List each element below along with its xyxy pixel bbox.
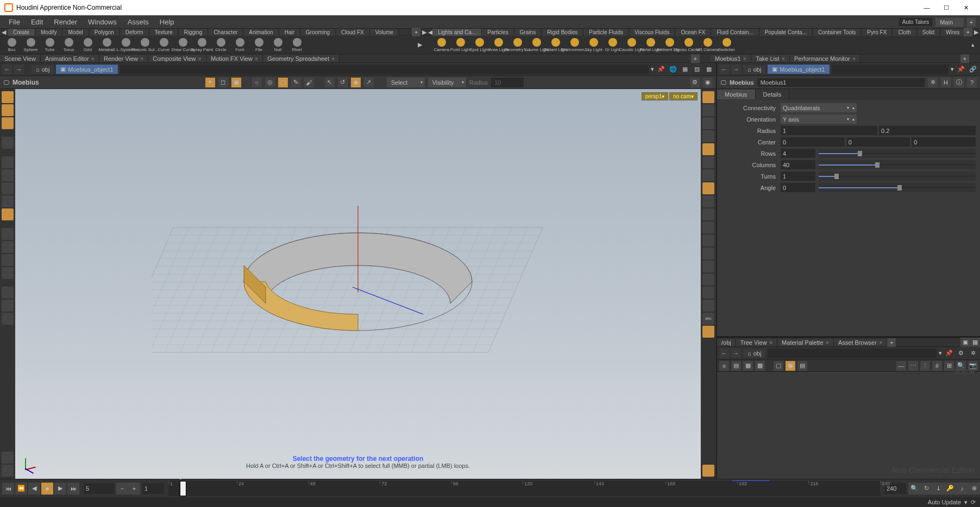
shelf-tab-11[interactable]: Cloth — [893, 29, 916, 36]
parm-center-field[interactable]: 0 — [781, 137, 845, 147]
path-root[interactable]: ⌂obj — [32, 65, 54, 74]
shelf-tab-4[interactable]: Particle Fluids — [583, 29, 629, 36]
shelf-tab-volume[interactable]: Volume — [370, 29, 399, 36]
tool-render2[interactable] — [2, 300, 14, 312]
shelf-tab-cloud fx[interactable]: Cloud FX — [336, 29, 370, 36]
parm-orientation-dropdown[interactable]: Y axis — [781, 115, 857, 124]
tool-font[interactable]: Font — [230, 37, 249, 53]
net-list-icon[interactable]: ≡ — [719, 361, 729, 371]
tool-rivet[interactable]: Rivet — [287, 37, 306, 53]
net-nav-fwd[interactable]: → — [731, 348, 741, 358]
tool-cube-icon[interactable]: ▣ — [231, 78, 241, 87]
tool-scale[interactable] — [2, 182, 14, 194]
tool-platonic sol...[interactable]: Platonic Sol... — [135, 37, 154, 53]
play-stop[interactable]: ■ — [41, 483, 53, 495]
tool-view[interactable] — [2, 117, 14, 129]
shelf-tab-12[interactable]: Solid — [917, 29, 940, 36]
shelf-tab-2[interactable]: Grains — [514, 29, 542, 36]
disp-5[interactable] — [702, 195, 714, 207]
net-f3[interactable]: ⦙ — [920, 361, 930, 371]
tool-frame-icon[interactable]: ▢ — [278, 78, 288, 87]
tool-pick-icon[interactable]: ↖ — [325, 78, 335, 87]
tool-stereo-came-[interactable]: Stereo Came... — [679, 37, 698, 53]
maximize-button[interactable]: ☐ — [937, 2, 956, 13]
tool-bottom2[interactable] — [2, 465, 14, 477]
net-tab-obj[interactable]: /obj — [717, 339, 736, 346]
parm-rows-field[interactable]: 4 — [781, 149, 815, 158]
tool-current[interactable] — [2, 208, 14, 220]
menu-edit[interactable]: Edit — [27, 16, 47, 28]
net-f4[interactable]: # — [932, 361, 942, 371]
net-tab-tree[interactable]: Tree View× — [736, 339, 777, 346]
parm-h-icon[interactable]: H — [941, 78, 951, 87]
tool-spray paint[interactable]: Spray Paint — [192, 37, 211, 53]
path-node[interactable]: ▣Moebius_object1 — [56, 65, 117, 74]
tl-global[interactable]: ⊕ — [968, 483, 980, 495]
shelf-tab-rigging[interactable]: Rigging — [178, 29, 208, 36]
tool-torus[interactable]: Torus — [59, 37, 78, 53]
tool-null[interactable]: Null — [268, 37, 287, 53]
menu-render[interactable]: Render — [49, 16, 81, 28]
radius-input[interactable]: 10 — [491, 78, 524, 87]
tool-render1[interactable] — [2, 287, 14, 299]
tool-render3[interactable] — [2, 313, 14, 325]
tool-move[interactable] — [2, 137, 14, 149]
tool-loop-icon[interactable]: ↺ — [338, 78, 348, 87]
cook-icon[interactable]: ⟳ — [971, 499, 976, 506]
parm-nav-back[interactable]: ← — [719, 65, 729, 74]
tl-real[interactable]: ⤓ — [932, 483, 944, 495]
play-fwd[interactable]: ▶ — [54, 483, 66, 495]
shelf-hide[interactable]: ▴ — [968, 41, 978, 48]
parm-help-icon[interactable]: ? — [967, 78, 977, 87]
net-a-icon[interactable]: ▢ — [774, 361, 783, 371]
camera-badge[interactable]: persp1▾ — [642, 92, 669, 100]
parm-path-root[interactable]: ⌂obj — [743, 65, 765, 74]
parm-connectivity-dropdown[interactable]: Quadrilaterals — [781, 103, 857, 112]
shelf-tab-13[interactable]: Wires — [940, 29, 964, 36]
shelf-tab-model[interactable]: Model — [62, 29, 89, 36]
shelf-tab-character[interactable]: Character — [208, 29, 243, 36]
parm-link-icon[interactable]: 🔗 — [968, 65, 978, 74]
range-start[interactable]: 1 — [142, 483, 164, 494]
shelf-right-arrow[interactable]: ▶ — [420, 29, 428, 36]
tool-spot-light[interactable]: Spot Light — [470, 37, 489, 53]
disp-13[interactable] — [702, 300, 714, 312]
tool-bottom1[interactable] — [2, 452, 14, 464]
panetab-composite-view[interactable]: Composite View× — [148, 55, 206, 62]
shelf-more[interactable]: ▶ — [414, 41, 425, 48]
tool-box[interactable]: Box — [2, 37, 21, 53]
net-tab-asset[interactable]: Asset Browser× — [834, 339, 887, 346]
update-mode[interactable]: Auto Update — [928, 499, 961, 505]
parm-info-icon[interactable]: ⓘ — [954, 78, 964, 87]
disp-ghost[interactable] — [702, 117, 714, 129]
flag3-icon[interactable]: ▩ — [704, 65, 714, 74]
shelf-tab-animation[interactable]: Animation — [243, 29, 279, 36]
net-f5[interactable]: ⊞ — [944, 361, 954, 371]
shelf2-add[interactable]: + — [964, 28, 972, 36]
panetab-performance-monitor[interactable]: Performance Monitor× — [790, 55, 860, 62]
net-grid-icon[interactable]: ▦ — [743, 361, 753, 371]
shelf-tab-10[interactable]: Pyro FX — [862, 29, 893, 36]
tool-box-icon[interactable]: ◻ — [218, 78, 228, 87]
play-back[interactable]: ◀ — [28, 483, 40, 495]
tool-translate[interactable] — [2, 156, 14, 168]
timeline-cursor[interactable]: 5 — [180, 481, 186, 496]
select-dropdown[interactable]: Select — [387, 78, 425, 87]
parm-radius-field[interactable]: 0.2 — [879, 126, 976, 135]
menu-windows[interactable]: Windows — [84, 16, 121, 28]
parm-path-node[interactable]: ▣Moebius_object1 — [768, 65, 829, 74]
net-path-root[interactable]: ⌂obj — [743, 349, 765, 358]
path-dropdown[interactable]: ▾ — [651, 66, 654, 73]
disp-7[interactable] — [702, 221, 714, 233]
tool-file[interactable]: File — [249, 37, 268, 53]
tool-snap2[interactable] — [2, 241, 14, 253]
shelf-tab-texture[interactable]: Texture — [149, 29, 179, 36]
parm-radius-field[interactable]: 1 — [781, 126, 877, 135]
disp-4[interactable] — [702, 182, 714, 194]
shelf-add[interactable]: + — [412, 28, 420, 36]
tool-pose[interactable] — [2, 195, 14, 207]
tl-key[interactable]: 🔑 — [944, 483, 956, 495]
tool-grid[interactable]: Grid — [78, 37, 97, 53]
tool-tube[interactable]: Tube — [40, 37, 59, 53]
disp-1[interactable] — [702, 130, 714, 142]
